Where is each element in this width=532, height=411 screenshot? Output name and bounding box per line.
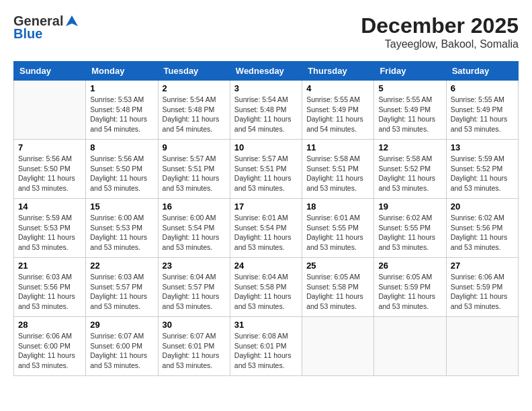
day-info: Sunrise: 6:08 AM Sunset: 6:01 PM Dayligh… <box>234 331 298 371</box>
day-number: 3 <box>234 83 298 93</box>
calendar-cell: 27Sunrise: 6:06 AM Sunset: 5:59 PM Dayli… <box>446 258 518 317</box>
day-info: Sunrise: 6:02 AM Sunset: 5:55 PM Dayligh… <box>378 213 441 253</box>
day-number: 4 <box>306 83 369 93</box>
day-number: 26 <box>378 261 441 271</box>
day-number: 30 <box>163 320 226 330</box>
calendar-week-row: 28Sunrise: 6:06 AM Sunset: 6:00 PM Dayli… <box>14 317 519 376</box>
col-header-tuesday: Tuesday <box>158 62 230 81</box>
day-info: Sunrise: 6:00 AM Sunset: 5:54 PM Dayligh… <box>163 213 226 253</box>
day-info: Sunrise: 5:54 AM Sunset: 5:48 PM Dayligh… <box>163 95 226 134</box>
calendar-cell: 31Sunrise: 6:08 AM Sunset: 6:01 PM Dayli… <box>230 317 302 376</box>
col-header-saturday: Saturday <box>446 62 518 81</box>
calendar-cell: 6Sunrise: 5:55 AM Sunset: 5:49 PM Daylig… <box>446 81 518 140</box>
day-number: 19 <box>378 201 441 212</box>
day-info: Sunrise: 6:07 AM Sunset: 6:01 PM Dayligh… <box>163 331 226 371</box>
calendar-cell: 25Sunrise: 6:05 AM Sunset: 5:58 PM Dayli… <box>302 258 374 317</box>
day-number: 17 <box>234 201 298 212</box>
calendar-cell: 29Sunrise: 6:07 AM Sunset: 6:00 PM Dayli… <box>86 317 158 376</box>
day-info: Sunrise: 6:07 AM Sunset: 6:00 PM Dayligh… <box>90 331 153 371</box>
title-area: December 2025 Tayeeglow, Bakool, Somalia <box>361 13 519 50</box>
location-title: Tayeeglow, Bakool, Somalia <box>361 38 519 50</box>
day-info: Sunrise: 5:59 AM Sunset: 5:52 PM Dayligh… <box>451 154 514 193</box>
calendar-cell: 26Sunrise: 6:05 AM Sunset: 5:59 PM Dayli… <box>374 258 446 317</box>
day-number: 21 <box>18 261 81 271</box>
calendar-cell: 13Sunrise: 5:59 AM Sunset: 5:52 PM Dayli… <box>446 140 518 199</box>
calendar-cell: 14Sunrise: 5:59 AM Sunset: 5:53 PM Dayli… <box>14 199 86 258</box>
col-header-friday: Friday <box>374 62 446 81</box>
calendar: SundayMondayTuesdayWednesdayThursdayFrid… <box>13 61 519 376</box>
calendar-week-row: 7Sunrise: 5:56 AM Sunset: 5:50 PM Daylig… <box>14 140 519 199</box>
col-header-sunday: Sunday <box>14 62 86 81</box>
day-number: 5 <box>378 83 441 93</box>
calendar-cell: 11Sunrise: 5:58 AM Sunset: 5:51 PM Dayli… <box>302 140 374 199</box>
day-info: Sunrise: 6:03 AM Sunset: 5:57 PM Dayligh… <box>90 272 153 312</box>
col-header-wednesday: Wednesday <box>230 62 302 81</box>
day-info: Sunrise: 6:06 AM Sunset: 5:59 PM Dayligh… <box>451 272 514 312</box>
logo-blue: Blue <box>13 26 42 42</box>
calendar-cell: 4Sunrise: 5:55 AM Sunset: 5:49 PM Daylig… <box>302 81 374 140</box>
calendar-cell: 8Sunrise: 5:56 AM Sunset: 5:50 PM Daylig… <box>86 140 158 199</box>
day-number: 16 <box>163 201 226 212</box>
calendar-cell: 2Sunrise: 5:54 AM Sunset: 5:48 PM Daylig… <box>158 81 230 140</box>
logo: General Blue <box>13 13 79 42</box>
calendar-header-row: SundayMondayTuesdayWednesdayThursdayFrid… <box>14 62 519 81</box>
day-number: 15 <box>90 201 153 212</box>
calendar-cell: 1Sunrise: 5:53 AM Sunset: 5:48 PM Daylig… <box>86 81 158 140</box>
day-info: Sunrise: 6:02 AM Sunset: 5:56 PM Dayligh… <box>451 213 514 253</box>
day-number: 31 <box>234 320 298 330</box>
day-number: 20 <box>451 201 514 212</box>
day-number: 13 <box>451 142 514 152</box>
day-info: Sunrise: 6:01 AM Sunset: 5:55 PM Dayligh… <box>306 213 369 253</box>
day-info: Sunrise: 6:04 AM Sunset: 5:57 PM Dayligh… <box>163 272 226 312</box>
calendar-cell <box>374 317 446 376</box>
calendar-cell: 24Sunrise: 6:04 AM Sunset: 5:58 PM Dayli… <box>230 258 302 317</box>
calendar-cell: 17Sunrise: 6:01 AM Sunset: 5:54 PM Dayli… <box>230 199 302 258</box>
day-info: Sunrise: 5:58 AM Sunset: 5:51 PM Dayligh… <box>306 154 369 193</box>
day-info: Sunrise: 5:56 AM Sunset: 5:50 PM Dayligh… <box>90 154 153 193</box>
day-number: 25 <box>306 261 369 271</box>
day-number: 8 <box>90 142 153 152</box>
day-info: Sunrise: 5:57 AM Sunset: 5:51 PM Dayligh… <box>163 154 226 193</box>
day-info: Sunrise: 6:06 AM Sunset: 6:00 PM Dayligh… <box>18 331 81 371</box>
day-info: Sunrise: 6:05 AM Sunset: 5:58 PM Dayligh… <box>306 272 369 312</box>
calendar-cell: 16Sunrise: 6:00 AM Sunset: 5:54 PM Dayli… <box>158 199 230 258</box>
calendar-cell: 15Sunrise: 6:00 AM Sunset: 5:53 PM Dayli… <box>86 199 158 258</box>
calendar-cell: 12Sunrise: 5:58 AM Sunset: 5:52 PM Dayli… <box>374 140 446 199</box>
calendar-cell: 19Sunrise: 6:02 AM Sunset: 5:55 PM Dayli… <box>374 199 446 258</box>
day-number: 1 <box>90 83 153 93</box>
calendar-cell: 21Sunrise: 6:03 AM Sunset: 5:56 PM Dayli… <box>14 258 86 317</box>
svg-marker-0 <box>66 15 78 26</box>
day-number: 9 <box>163 142 226 152</box>
day-info: Sunrise: 6:03 AM Sunset: 5:56 PM Dayligh… <box>18 272 81 312</box>
calendar-cell: 9Sunrise: 5:57 AM Sunset: 5:51 PM Daylig… <box>158 140 230 199</box>
day-info: Sunrise: 5:58 AM Sunset: 5:52 PM Dayligh… <box>378 154 441 193</box>
calendar-cell: 10Sunrise: 5:57 AM Sunset: 5:51 PM Dayli… <box>230 140 302 199</box>
day-info: Sunrise: 6:00 AM Sunset: 5:53 PM Dayligh… <box>90 213 153 253</box>
day-number: 28 <box>18 320 81 330</box>
day-number: 11 <box>306 142 369 152</box>
calendar-cell: 20Sunrise: 6:02 AM Sunset: 5:56 PM Dayli… <box>446 199 518 258</box>
calendar-cell: 5Sunrise: 5:55 AM Sunset: 5:49 PM Daylig… <box>374 81 446 140</box>
col-header-monday: Monday <box>86 62 158 81</box>
day-number: 18 <box>306 201 369 212</box>
day-info: Sunrise: 5:53 AM Sunset: 5:48 PM Dayligh… <box>90 95 153 134</box>
day-info: Sunrise: 5:54 AM Sunset: 5:48 PM Dayligh… <box>234 95 298 134</box>
calendar-cell: 28Sunrise: 6:06 AM Sunset: 6:00 PM Dayli… <box>14 317 86 376</box>
day-number: 24 <box>234 261 298 271</box>
calendar-cell <box>446 317 518 376</box>
calendar-cell: 23Sunrise: 6:04 AM Sunset: 5:57 PM Dayli… <box>158 258 230 317</box>
calendar-cell: 22Sunrise: 6:03 AM Sunset: 5:57 PM Dayli… <box>86 258 158 317</box>
calendar-week-row: 14Sunrise: 5:59 AM Sunset: 5:53 PM Dayli… <box>14 199 519 258</box>
calendar-cell <box>14 81 86 140</box>
day-info: Sunrise: 5:56 AM Sunset: 5:50 PM Dayligh… <box>18 154 81 193</box>
calendar-week-row: 1Sunrise: 5:53 AM Sunset: 5:48 PM Daylig… <box>14 81 519 140</box>
day-number: 29 <box>90 320 153 330</box>
calendar-cell <box>302 317 374 376</box>
calendar-cell: 3Sunrise: 5:54 AM Sunset: 5:48 PM Daylig… <box>230 81 302 140</box>
col-header-thursday: Thursday <box>302 62 374 81</box>
day-info: Sunrise: 5:57 AM Sunset: 5:51 PM Dayligh… <box>234 154 298 193</box>
day-info: Sunrise: 5:55 AM Sunset: 5:49 PM Dayligh… <box>306 95 369 134</box>
header: General Blue December 2025 Tayeeglow, Ba… <box>13 13 519 50</box>
logo-bird-icon <box>64 14 79 29</box>
day-info: Sunrise: 6:05 AM Sunset: 5:59 PM Dayligh… <box>378 272 441 312</box>
